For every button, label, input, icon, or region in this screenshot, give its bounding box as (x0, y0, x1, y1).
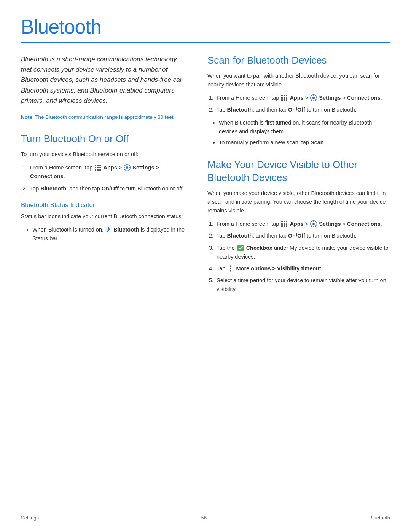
footer-left: Settings (21, 515, 39, 521)
svg-point-35 (230, 268, 232, 269)
svg-rect-15 (284, 97, 285, 99)
bluetooth-bold-scan: Bluetooth (227, 107, 253, 113)
settings-icon-visible (310, 220, 317, 227)
make-visible-step-3: Tap the Checkbox under My device to make… (215, 244, 390, 261)
svg-rect-14 (281, 97, 283, 99)
onoff-bold-scan: On/Off (288, 107, 305, 113)
make-visible-step-2: Tap Bluetooth, and then tap On/Off to tu… (215, 232, 390, 240)
svg-point-36 (230, 270, 232, 272)
svg-rect-2 (99, 165, 101, 166)
apps-label-scan: Apps (290, 95, 303, 101)
svg-point-10 (126, 166, 128, 169)
svg-rect-12 (284, 95, 285, 96)
turn-on-off-intro: To turn your device's Bluetooth service … (21, 150, 188, 159)
svg-rect-23 (284, 221, 285, 222)
scan-steps: From a Home screen, tap (215, 94, 390, 114)
svg-rect-6 (95, 169, 96, 171)
left-column: Bluetooth is a short-range communication… (21, 54, 188, 298)
scan-bullets: When Bluetooth is first turned on, it sc… (219, 118, 390, 147)
svg-rect-3 (95, 167, 96, 168)
svg-rect-27 (286, 223, 287, 225)
make-visible-intro: When you make your device visible, other… (207, 189, 390, 216)
make-visible-steps: From a Home screen, tap (215, 220, 390, 294)
connections-label-1: Connections (30, 173, 64, 179)
footer-center: 56 (201, 515, 207, 521)
scan-step-2: Tap Bluetooth, and then tap On/Off to tu… (215, 105, 390, 114)
svg-rect-19 (286, 99, 287, 101)
checkbox-label: Checkbox (246, 245, 272, 251)
settings-icon-1 (124, 164, 131, 171)
svg-rect-7 (97, 169, 99, 171)
apps-icon-scan (281, 94, 288, 101)
apps-icon-visible (281, 220, 288, 227)
right-column: Scan for Bluetooth Devices When you want… (207, 54, 390, 298)
page: Bluetooth Bluetooth is a short-range com… (0, 0, 411, 532)
svg-rect-28 (281, 225, 283, 227)
footer: Settings 56 Bluetooth (21, 511, 390, 521)
turn-on-off-step-2: Tap Bluetooth, and then tap On/Off to tu… (29, 184, 188, 193)
bluetooth-icon (106, 226, 111, 233)
make-visible-step-4: Tap More options > Visibility timeout. (215, 264, 390, 273)
svg-rect-11 (281, 95, 283, 96)
bluetooth-bold-1: Bluetooth (40, 185, 66, 192)
two-column-layout: Bluetooth is a short-range communication… (21, 54, 390, 298)
status-bullet-1: When Bluetooth is turned on, Bluetooth i… (32, 225, 188, 243)
note-content: : The Bluetooth communication range is a… (32, 114, 175, 120)
svg-rect-1 (97, 165, 99, 166)
turn-on-off-steps: From a Home screen, tap (29, 163, 188, 193)
svg-rect-26 (284, 223, 285, 225)
intro-paragraph: Bluetooth is a short-range communication… (21, 54, 188, 106)
note-paragraph: Note: The Bluetooth communication range … (21, 113, 188, 121)
svg-rect-18 (284, 99, 285, 101)
scan-intro: When you want to pair with another Bluet… (207, 72, 390, 89)
settings-label-visible: Settings (319, 221, 341, 227)
footer-right: Bluetooth (369, 515, 390, 521)
connections-label-scan: Connections (347, 95, 381, 101)
apps-label: Apps (103, 165, 117, 171)
scan-step-1: From a Home screen, tap (215, 94, 390, 102)
svg-point-32 (312, 223, 315, 225)
status-indicator-title: Bluetooth Status Indicator (21, 201, 188, 209)
checkbox-icon (237, 244, 244, 251)
onoff-bold-visible: On/Off (288, 233, 305, 239)
turn-on-off-title: Turn Bluetooth On or Off (21, 133, 188, 145)
svg-rect-13 (286, 95, 287, 96)
status-indicator-intro: Status bar icons indicate your current B… (21, 212, 188, 221)
settings-label-1: Settings (132, 165, 154, 171)
svg-rect-4 (97, 167, 99, 168)
apps-label-visible: Apps (290, 221, 303, 227)
bluetooth-bold-visible: Bluetooth (227, 233, 253, 239)
make-visible-title: Make Your Device Visible to Other Blueto… (207, 158, 390, 184)
svg-rect-30 (286, 225, 287, 227)
svg-rect-17 (281, 99, 283, 101)
svg-rect-16 (286, 97, 287, 99)
page-title: Bluetooth (21, 15, 390, 38)
bluetooth-bold-status: Bluetooth (113, 227, 139, 233)
svg-point-21 (312, 97, 315, 99)
apps-icon (94, 164, 101, 171)
note-label: Note (21, 114, 32, 120)
svg-rect-22 (281, 221, 283, 222)
status-indicator-bullets: When Bluetooth is turned on, Bluetooth i… (32, 225, 188, 243)
settings-label-scan: Settings (319, 95, 341, 101)
scan-bullet-1: When Bluetooth is first turned on, it sc… (219, 118, 390, 136)
more-options-label: More options > Visibility timeout (236, 265, 321, 272)
svg-rect-29 (284, 225, 285, 227)
make-visible-step-5: Select a time period for your device to … (215, 276, 390, 294)
svg-rect-8 (99, 169, 101, 171)
onoff-bold-1: On/Off (102, 185, 119, 192)
scan-title: Scan for Bluetooth Devices (207, 54, 390, 67)
make-visible-step-1: From a Home screen, tap (215, 220, 390, 228)
scan-bullet-2: To manually perform a new scan, tap Scan… (219, 138, 390, 147)
svg-rect-25 (281, 223, 283, 225)
connections-label-visible: Connections (347, 221, 381, 227)
svg-rect-24 (286, 221, 287, 222)
settings-icon-scan (310, 94, 317, 101)
more-icon (228, 265, 234, 272)
title-divider (21, 42, 390, 43)
svg-rect-0 (95, 165, 96, 166)
svg-point-34 (230, 265, 232, 267)
svg-rect-5 (99, 167, 101, 168)
scan-bold: Scan (311, 139, 324, 145)
turn-on-off-step-1: From a Home screen, tap (29, 163, 188, 181)
